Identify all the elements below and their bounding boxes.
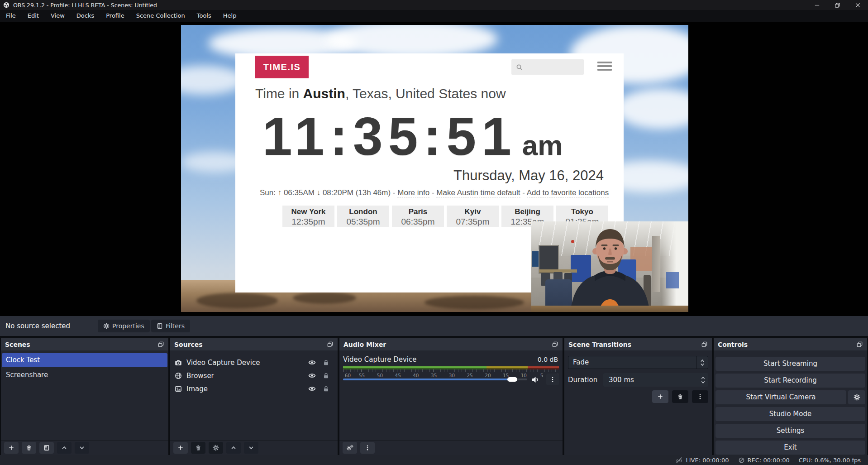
controls-header[interactable]: Controls <box>714 338 867 350</box>
mixer-channel-menu-button[interactable] <box>546 374 559 385</box>
tick-label: -45 <box>393 373 401 378</box>
studio-mode-button[interactable]: Studio Mode <box>715 407 865 421</box>
source-item-video-capture[interactable]: Video Capture Device <box>170 356 338 369</box>
popout-icon[interactable] <box>552 341 558 348</box>
add-favorite-link: Add to favorite locations <box>527 188 609 197</box>
city-time: 12:35pm <box>282 217 334 227</box>
menu-tools[interactable]: Tools <box>191 10 217 22</box>
tick-label: -50 <box>375 373 383 378</box>
duration-spin-arrows[interactable] <box>701 373 706 387</box>
audio-mixer-toolbar <box>339 440 563 455</box>
filters-button[interactable]: Filters <box>151 320 190 332</box>
source-toolbar: No source selected Properties Filters <box>0 316 868 336</box>
move-source-down-button[interactable] <box>244 442 258 454</box>
remove-source-button[interactable] <box>191 442 205 454</box>
preview-canvas[interactable]: TIME.IS Time in Austin, Texas, United St… <box>181 25 688 312</box>
menu-scene-collection[interactable]: Scene Collection <box>130 10 191 22</box>
move-scene-down-button[interactable] <box>75 442 89 454</box>
transition-menu-button[interactable] <box>692 390 708 403</box>
audio-mixer-header[interactable]: Audio Mixer <box>339 338 563 350</box>
webcam-overlay <box>531 221 688 312</box>
speaker-icon[interactable] <box>531 376 539 384</box>
exit-button[interactable]: Exit <box>715 441 865 455</box>
menu-edit[interactable]: Edit <box>22 10 45 22</box>
visibility-eye-icon[interactable] <box>308 372 316 379</box>
restore-button[interactable] <box>827 0 848 10</box>
scene-transitions-header[interactable]: Scene Transitions <box>564 338 712 350</box>
add-source-button[interactable] <box>173 442 188 454</box>
duration-spinbox[interactable]: 300 ms <box>603 373 708 387</box>
duration-value: 300 ms <box>603 373 708 387</box>
city-time: 06:35pm <box>392 217 444 227</box>
scenes-panel-header[interactable]: Scenes <box>1 338 168 350</box>
virtual-camera-settings-button[interactable] <box>848 390 865 404</box>
volume-slider-handle[interactable] <box>507 377 517 382</box>
minimize-button[interactable] <box>807 0 827 10</box>
popout-icon[interactable] <box>157 341 164 348</box>
dune <box>293 292 356 304</box>
popout-icon[interactable] <box>327 341 334 348</box>
start-streaming-button[interactable]: Start Streaming <box>715 357 865 371</box>
tick-label: -40 <box>411 373 419 378</box>
scene-filters-button[interactable] <box>39 442 54 454</box>
advanced-audio-button[interactable] <box>343 442 357 454</box>
visibility-eye-icon[interactable] <box>308 385 316 393</box>
city-name: New York <box>282 207 334 216</box>
city-paris: Paris06:35pm <box>392 206 444 227</box>
remove-transition-button[interactable] <box>672 390 688 403</box>
lock-icon[interactable] <box>323 372 329 379</box>
volume-slider[interactable] <box>343 379 527 380</box>
visibility-eye-icon[interactable] <box>308 359 316 366</box>
source-item-image[interactable]: Image <box>170 382 338 395</box>
duration-label: Duration <box>568 373 597 387</box>
start-virtual-camera-button[interactable]: Start Virtual Camera <box>715 390 846 404</box>
menu-help[interactable]: Help <box>217 10 243 22</box>
add-transition-button[interactable] <box>652 390 668 403</box>
make-default-link: Make Austin time default <box>436 188 520 197</box>
menu-file[interactable]: File <box>0 10 22 22</box>
titlebar: OBS 29.1.2 - Profile: LLHLS BETA - Scene… <box>0 0 868 10</box>
lock-icon[interactable] <box>323 385 329 392</box>
start-recording-button[interactable]: Start Recording <box>715 374 865 388</box>
gear-icon <box>103 323 110 329</box>
tick-label: -10 <box>519 373 527 378</box>
scene-transitions-panel: Scene Transitions Fade Duration 300 ms <box>564 338 712 455</box>
menu-view[interactable]: View <box>45 10 71 22</box>
live-status: LIVE: 00:00:00 <box>675 456 729 464</box>
properties-button[interactable]: Properties <box>98 320 150 332</box>
menu-docks[interactable]: Docks <box>71 10 100 22</box>
record-off-icon <box>738 457 745 464</box>
link-separator: - <box>432 188 434 197</box>
cpu-status: CPU: 0.6%, 30.00 fps <box>799 457 861 464</box>
scene-item-clock-test[interactable]: Clock Test <box>2 353 167 367</box>
move-source-up-button[interactable] <box>226 442 241 454</box>
chevron-up-icon <box>701 376 706 379</box>
transition-select-arrows[interactable] <box>696 356 708 369</box>
tick-label: -55 <box>357 373 365 378</box>
sources-panel-title: Sources <box>174 341 203 348</box>
mixer-menu-button[interactable] <box>360 442 375 454</box>
mixer-channel-name: Video Capture Device <box>343 355 417 364</box>
sources-panel-header[interactable]: Sources <box>170 338 338 350</box>
popout-icon[interactable] <box>856 341 863 348</box>
city-name: Paris <box>392 207 444 216</box>
source-item-browser[interactable]: Browser <box>170 369 338 382</box>
remove-scene-button[interactable] <box>22 442 36 454</box>
menu-profile[interactable]: Profile <box>100 10 130 22</box>
move-scene-up-button[interactable] <box>57 442 72 454</box>
sun-info-line: Sun: ↑ 06:35AM ↓ 08:20PM (13h 46m) - Mor… <box>260 188 610 197</box>
current-date: Thursday, May 16, 2024 <box>453 168 604 184</box>
city-name: Beijing <box>501 207 553 216</box>
popout-icon[interactable] <box>701 341 708 348</box>
globe-icon <box>175 372 182 379</box>
transition-select[interactable]: Fade <box>568 356 708 369</box>
close-button[interactable] <box>848 0 868 10</box>
lock-icon[interactable] <box>323 359 329 366</box>
scene-item-screenshare[interactable]: Screenshare <box>2 368 167 382</box>
source-properties-button[interactable] <box>209 442 223 454</box>
add-scene-button[interactable] <box>4 442 19 454</box>
time-meridiem: am <box>522 131 563 159</box>
webcam-front-desk <box>531 306 688 312</box>
settings-button[interactable]: Settings <box>715 424 865 438</box>
tick-label: -15 <box>501 373 509 378</box>
